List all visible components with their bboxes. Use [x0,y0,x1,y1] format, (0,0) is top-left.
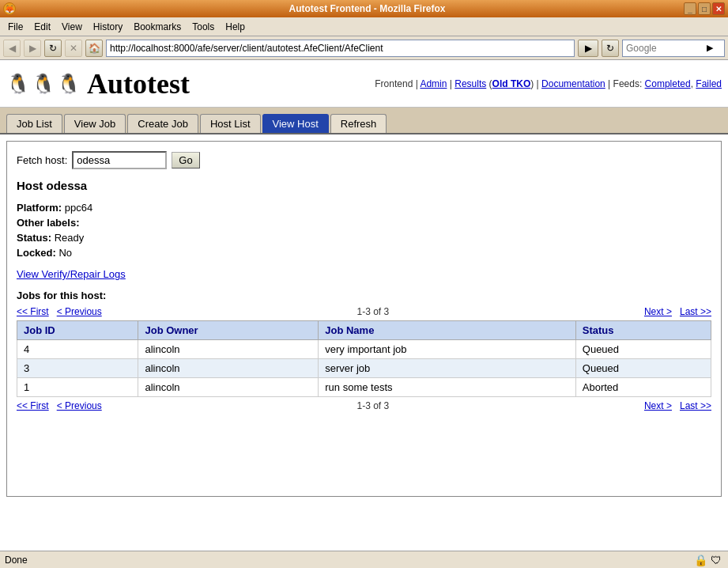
cell-name: server job [319,359,576,378]
status-row: Status: Ready [17,232,711,244]
host-info: Platform: ppc64 Other labels: Status: Re… [17,202,711,259]
window-title: Autotest Frontend - Mozilla Firefox [51,3,684,14]
search-input[interactable] [623,43,702,54]
pagination-bottom-right: Next > Last >> [644,400,711,411]
documentation-link[interactable]: Documentation [541,78,605,89]
stop-button[interactable]: ✕ [65,40,82,57]
previous-link-top[interactable]: < Previous [57,306,102,317]
fetch-input[interactable] [72,151,167,169]
locked-value: No [58,247,72,259]
page-header: 🐧 🐧 🐧 Autotest Frontend | Admin | Result… [0,60,728,108]
other-labels-label: Other labels: [17,217,79,229]
pagination-top: << First < Previous 1-3 of 3 Next > Last… [17,306,711,317]
admin-link[interactable]: Admin [420,78,447,89]
content-area: 🐧 🐧 🐧 Autotest Frontend | Admin | Result… [0,60,728,568]
table-row[interactable]: 1alincolnrun some testsAborted [17,378,711,397]
col-job-id: Job ID [17,321,138,340]
search-go-button[interactable]: ▶ [702,40,718,56]
search-bar[interactable]: ▶ [622,40,725,57]
cell-id: 1 [17,378,138,397]
cell-status: Queued [575,359,711,378]
tab-create-job[interactable]: Create Job [127,114,198,133]
address-input[interactable] [110,43,571,54]
cell-status: Queued [575,340,711,359]
back-button[interactable]: ◀ [3,40,21,57]
tab-view-host[interactable]: View Host [262,114,329,133]
results-link[interactable]: Results [455,78,486,89]
old-tko-link[interactable]: Old TKO [492,78,531,89]
security-icon: 🔒 [693,553,707,567]
menu-edit[interactable]: Edit [29,20,55,34]
cell-owner: alincoln [138,359,319,378]
maximize-button[interactable]: □ [698,2,711,15]
cell-id: 3 [17,359,138,378]
page-range-top: 1-3 of 3 [356,306,389,317]
fetch-go-button[interactable]: Go [172,152,199,169]
previous-link-bottom[interactable]: < Previous [57,400,102,411]
fetch-label: Fetch host: [17,154,67,166]
menu-view[interactable]: View [57,20,87,34]
header-links: Frontend | Admin | Results (Old TKO) | D… [375,78,722,89]
platform-label: Platform: [17,202,62,214]
go-button[interactable]: ▶ [578,40,598,57]
title-bar: 🦊 Autotest Frontend - Mozilla Firefox _ … [0,0,728,17]
platform-row: Platform: ppc64 [17,202,711,214]
first-link-bottom[interactable]: << First [17,400,49,411]
tux-icon-1: 🐧 [6,73,30,95]
minimize-button[interactable]: _ [684,2,696,15]
cell-status: Aborted [575,378,711,397]
table-header: Job ID Job Owner Job Name Status [17,321,711,340]
window-controls[interactable]: _ □ ✕ [684,2,725,15]
last-link-top[interactable]: Last >> [680,306,711,317]
logo-text: Autotest [87,67,190,100]
last-link-bottom[interactable]: Last >> [680,400,711,411]
tux-icon-2: 🐧 [32,73,55,95]
pagination-top-left: << First < Previous [17,306,102,317]
first-link-top[interactable]: << First [17,306,49,317]
status-icons: 🔒 🛡 [693,553,723,567]
refresh-button[interactable]: ↻ [602,40,619,57]
toolbar: ◀ ▶ ↻ ✕ 🏠 ▶ ↻ ▶ [0,36,728,60]
table-row[interactable]: 3alincolnserver jobQueued [17,359,711,378]
forward-button[interactable]: ▶ [24,40,41,57]
page-range-bottom: 1-3 of 3 [356,400,389,411]
menu-history[interactable]: History [89,20,127,34]
table-body: 4alincolnvery important jobQueued3alinco… [17,340,711,397]
next-link-bottom[interactable]: Next > [644,400,672,411]
status-bar: Done 🔒 🛡 [0,551,728,568]
jobs-table: Job ID Job Owner Job Name Status 4alinco… [17,320,711,397]
view-logs-link[interactable]: View Verify/Repair Logs [17,268,711,280]
menu-help[interactable]: Help [221,20,250,34]
tux-icon-3: 🐧 [57,73,81,95]
content-panel: Fetch host: Go Host odessa Platform: ppc… [6,141,722,497]
table-row[interactable]: 4alincolnvery important jobQueued [17,340,711,359]
completed-link[interactable]: Completed [645,78,691,89]
tab-job-list[interactable]: Job List [6,114,62,133]
close-button[interactable]: ✕ [712,2,725,15]
fetch-row: Fetch host: Go [17,151,711,169]
status-label: Status: [17,232,51,244]
host-title: Host odessa [17,179,711,192]
reload-button[interactable]: ↻ [44,40,62,57]
pagination-top-right: Next > Last >> [644,306,711,317]
tab-refresh[interactable]: Refresh [330,114,387,133]
shield-icon: 🛡 [709,553,723,567]
home-button[interactable]: 🏠 [85,40,103,57]
col-job-owner: Job Owner [138,321,319,340]
status-text: Done [5,555,693,566]
menu-tools[interactable]: Tools [187,20,219,34]
tab-bar: Job List View Job Create Job Host List V… [0,108,728,134]
tab-view-job[interactable]: View Job [64,114,126,133]
next-link-top[interactable]: Next > [644,306,672,317]
tab-host-list[interactable]: Host List [200,114,261,133]
cell-id: 4 [17,340,138,359]
failed-link[interactable]: Failed [696,78,722,89]
menu-bookmarks[interactable]: Bookmarks [129,20,186,34]
address-bar[interactable] [106,40,575,57]
platform-value: ppc64 [65,202,92,214]
col-status: Status [575,321,711,340]
jobs-section-title: Jobs for this host: [17,290,711,301]
other-labels-row: Other labels: [17,217,711,229]
menu-file[interactable]: File [3,20,28,34]
cell-owner: alincoln [138,340,319,359]
